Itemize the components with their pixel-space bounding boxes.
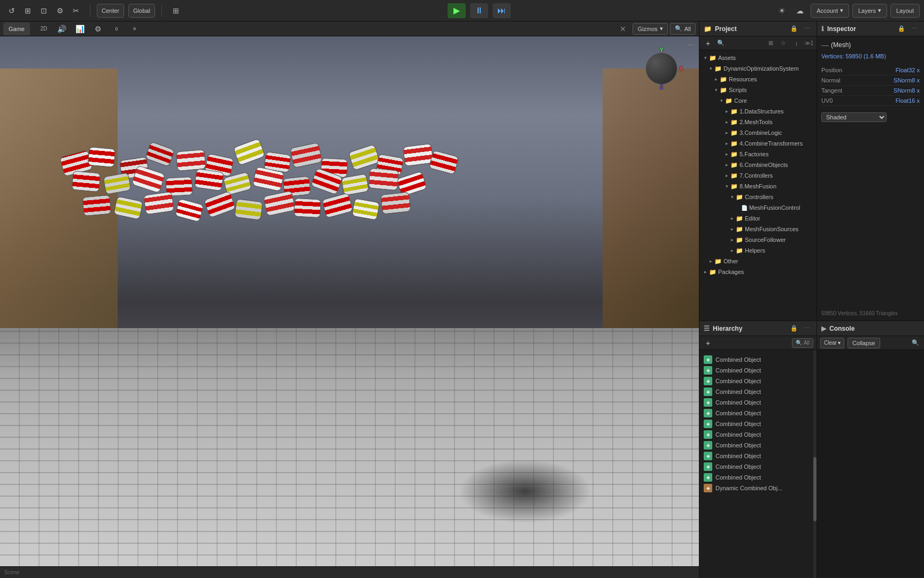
hierarchy-item-combined-5[interactable]: ◈ Combined Object bbox=[699, 397, 817, 408]
inspector-lock-btn[interactable]: 🔒 bbox=[896, 24, 907, 34]
project-lock-btn[interactable]: 🔒 bbox=[789, 24, 799, 34]
layers-scene-btn[interactable]: ≡ bbox=[127, 21, 142, 36]
sep2 bbox=[161, 5, 162, 17]
tree-combineobjects[interactable]: ▸ 📁 6.CombineObjects bbox=[699, 159, 817, 170]
project-tree: ▾ 📁 Assets ▾ 📁 DynamicOptimizationSystem… bbox=[699, 50, 817, 321]
clear-dropdown[interactable]: Clear ▾ bbox=[820, 338, 844, 348]
hierarchy-item-combined-4[interactable]: ◈ Combined Object bbox=[699, 386, 817, 397]
hierarchy-item-combined-8[interactable]: ◈ Combined Object bbox=[699, 429, 817, 440]
more-options-icon[interactable]: ⋯ bbox=[687, 41, 695, 49]
tree-helpers[interactable]: ▸ 📁 Helpers bbox=[699, 245, 817, 256]
layout-button[interactable]: Layout bbox=[890, 4, 920, 18]
obj-icon-9: ◈ bbox=[704, 441, 712, 450]
sun-icon[interactable]: ☀ bbox=[774, 3, 789, 18]
scene-gizmo[interactable]: Y X Z bbox=[640, 47, 683, 90]
stats-btn[interactable]: 📊 bbox=[73, 21, 88, 36]
center-toggle[interactable]: Center bbox=[97, 4, 124, 18]
game-tab[interactable]: Game bbox=[3, 22, 30, 35]
console-search-btn[interactable]: 🔍 bbox=[910, 338, 921, 348]
account-button[interactable]: Account ▾ bbox=[811, 4, 849, 18]
hierarchy-lock-btn[interactable]: 🔒 bbox=[789, 323, 799, 334]
hierarchy-add-btn[interactable]: + bbox=[703, 338, 713, 348]
step-button[interactable]: ⏭ bbox=[492, 3, 511, 18]
hierarchy-search[interactable]: 🔍 All bbox=[792, 338, 813, 348]
hierarchy-scrollbar-thumb[interactable] bbox=[813, 457, 817, 521]
top-toolbar: ↺ ⊞ ⊡ ⚙ ✂ Center Global ⊞ ▶ ⏸ ⏭ ☀ ☁ Acco… bbox=[0, 0, 924, 21]
close-scene[interactable]: ✕ bbox=[615, 21, 630, 36]
move-tool[interactable]: ⊞ bbox=[20, 3, 35, 18]
scene-bottom-bar: Scene bbox=[0, 566, 699, 578]
tree-factories[interactable]: ▸ 📁 5.Factories bbox=[699, 149, 817, 159]
tree-packages[interactable]: ▸ 📁 Packages bbox=[699, 267, 817, 277]
tree-scripts[interactable]: ▾ 📁 Scripts bbox=[699, 85, 817, 95]
hierarchy-panel: ☰ Hierarchy 🔒 ⋯ + 🔍 All bbox=[699, 321, 817, 578]
pause-button[interactable]: ⏸ bbox=[470, 3, 488, 18]
display-mode-btn[interactable]: 2D bbox=[36, 21, 51, 36]
cloud-icon[interactable]: ☁ bbox=[792, 3, 807, 18]
hierarchy-item-combined-6[interactable]: ◈ Combined Object bbox=[699, 408, 817, 419]
tree-editor[interactable]: ▸ 📁 Editor bbox=[699, 213, 817, 224]
hierarchy-scrollbar-track bbox=[813, 350, 817, 578]
scene-canvas[interactable]: Y X Z ⋯ bbox=[0, 36, 699, 566]
hierarchy-console-row: ☰ Hierarchy 🔒 ⋯ + 🔍 All bbox=[699, 321, 924, 578]
obj-icon-7: ◈ bbox=[704, 420, 712, 428]
tree-sourcefollower[interactable]: ▸ 📁 SourceFollower bbox=[699, 234, 817, 245]
project-panel-title: Project bbox=[715, 25, 737, 33]
project-add-btn[interactable]: + bbox=[703, 38, 713, 49]
tree-controllers2[interactable]: ▾ 📁 Controllers bbox=[699, 192, 817, 202]
hierarchy-item-combined-1[interactable]: ◈ Combined Object bbox=[699, 354, 817, 365]
all-dropdown[interactable]: 🔍 All bbox=[670, 23, 696, 35]
more-btn[interactable]: ⚙ bbox=[91, 21, 106, 36]
grid-tool[interactable]: ⊞ bbox=[168, 3, 183, 18]
hierarchy-item-combined-7[interactable]: ◈ Combined Object bbox=[699, 419, 817, 429]
tree-meshfusionsources[interactable]: ▸ 📁 MeshFusionSources bbox=[699, 224, 817, 234]
audio-btn[interactable]: 🔊 bbox=[55, 21, 70, 36]
rect-tool[interactable]: ⊡ bbox=[36, 3, 51, 18]
tree-combinetransformers[interactable]: ▸ 📁 4.CombineTransformers bbox=[699, 138, 817, 149]
hierarchy-more-btn[interactable]: ⋯ bbox=[802, 323, 812, 334]
layers-button[interactable]: Layers ▾ bbox=[852, 4, 887, 18]
transform-tools: ↺ ⊞ ⊡ ⚙ ✂ bbox=[4, 3, 83, 18]
hierarchy-item-combined-2[interactable]: ◈ Combined Object bbox=[699, 365, 817, 376]
hierarchy-header-actions: 🔒 ⋯ bbox=[789, 323, 812, 334]
tree-core[interactable]: ▾ 📁 Core bbox=[699, 95, 817, 106]
project-filter-btn[interactable]: ☆ bbox=[778, 38, 789, 49]
hierarchy-item-combined-10[interactable]: ◈ Combined Object bbox=[699, 451, 817, 461]
gizmos-dropdown[interactable]: Gizmos ▾ bbox=[633, 23, 667, 35]
shade-mode-select[interactable]: Shaded Wireframe Shaded Wireframe bbox=[821, 112, 887, 122]
tree-resources[interactable]: ▸ 📁 Resources bbox=[699, 74, 817, 85]
obj-icon-8: ◈ bbox=[704, 430, 712, 439]
obj-icon-3: ◈ bbox=[704, 377, 712, 385]
rotate-tool[interactable]: ⚙ bbox=[52, 3, 67, 18]
inspector-content: — (Mesh) Vertices: 59850 (1.6 MB) Positi… bbox=[817, 36, 924, 321]
project-view-btn[interactable]: ⊞ bbox=[765, 38, 776, 49]
counter-btn[interactable]: 0 bbox=[109, 21, 124, 36]
console-panel-title: Console bbox=[829, 325, 854, 332]
inspector-position: Position Float32 x bbox=[821, 65, 920, 75]
tree-combinelogic[interactable]: ▸ 📁 3.CombineLogic bbox=[699, 127, 817, 138]
tree-meshtools[interactable]: ▸ 📁 2.MeshTools bbox=[699, 117, 817, 127]
project-search-btn[interactable]: 🔍 bbox=[715, 38, 726, 49]
tree-meshfusion[interactable]: ▾ 📁 8.MeshFusion bbox=[699, 181, 817, 192]
hierarchy-item-combined-3[interactable]: ◈ Combined Object bbox=[699, 376, 817, 386]
collapse-btn[interactable]: Collapse bbox=[848, 338, 880, 348]
project-more-btn[interactable]: ⋯ bbox=[802, 24, 812, 34]
hierarchy-item-combined-12[interactable]: ◈ Combined Object bbox=[699, 472, 817, 483]
scale-tool[interactable]: ✂ bbox=[68, 3, 83, 18]
console-toolbar: Clear ▾ Collapse 🔍 bbox=[817, 336, 924, 350]
global-toggle[interactable]: Global bbox=[128, 4, 155, 18]
console-content[interactable] bbox=[817, 350, 924, 578]
tree-meshfusioncontrol[interactable]: 📄 MeshFusionControl bbox=[699, 202, 817, 213]
project-sort-btn[interactable]: ↕ bbox=[791, 38, 802, 49]
inspector-more-btn[interactable]: ⋯ bbox=[909, 24, 920, 34]
tree-datastructures[interactable]: ▸ 📁 1.DataStructures bbox=[699, 106, 817, 117]
hand-tool[interactable]: ↺ bbox=[4, 3, 19, 18]
tree-other[interactable]: ▸ 📁 Other bbox=[699, 256, 817, 267]
tree-assets[interactable]: ▾ 📁 Assets bbox=[699, 52, 817, 63]
hierarchy-item-dynamic[interactable]: ◈ Dynamic Combined Obj... bbox=[699, 483, 817, 493]
tree-controllers[interactable]: ▸ 📁 7.Controllers bbox=[699, 170, 817, 181]
tree-dynamic-opt[interactable]: ▾ 📁 DynamicOptimizationSystem bbox=[699, 63, 817, 74]
hierarchy-item-combined-11[interactable]: ◈ Combined Object bbox=[699, 461, 817, 472]
play-button[interactable]: ▶ bbox=[448, 3, 466, 18]
hierarchy-item-combined-9[interactable]: ◈ Combined Object bbox=[699, 440, 817, 451]
